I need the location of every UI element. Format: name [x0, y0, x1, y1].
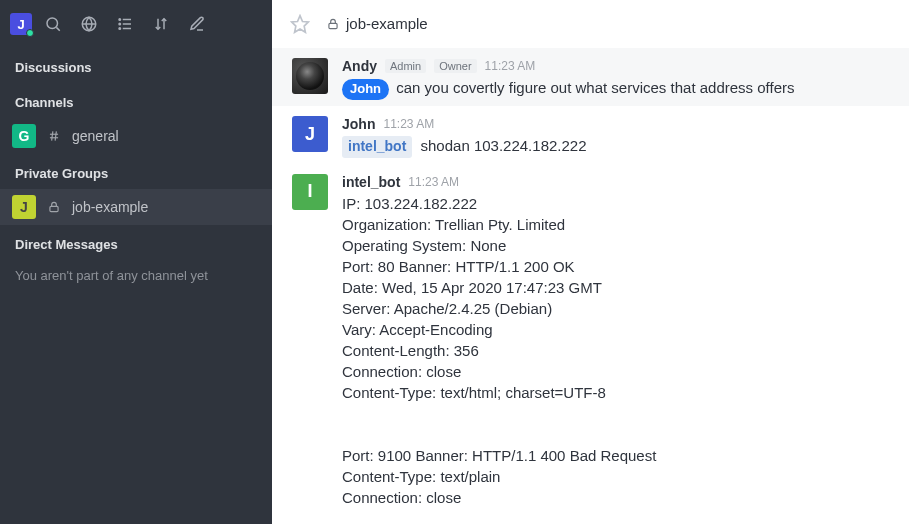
message-username[interactable]: John	[342, 116, 375, 132]
svg-line-12	[55, 131, 56, 140]
search-icon[interactable]	[38, 9, 68, 39]
message-text: IP: 103.224.182.222 Organization: Trelli…	[342, 193, 889, 508]
compose-icon[interactable]	[182, 9, 212, 39]
dm-empty-note: You aren't part of any channel yet	[0, 260, 272, 291]
message-body: John 11:23 AM intel_bot shodan 103.224.1…	[342, 116, 889, 158]
group-badge: J	[12, 195, 36, 219]
room-name[interactable]: job-example	[326, 15, 428, 32]
svg-rect-15	[329, 23, 337, 28]
section-private-groups[interactable]: Private Groups	[0, 154, 272, 189]
svg-rect-13	[50, 206, 58, 211]
svg-marker-14	[292, 15, 309, 32]
svg-point-6	[119, 19, 121, 21]
sort-icon[interactable]	[146, 9, 176, 39]
group-label: job-example	[72, 199, 148, 215]
message: Andy Admin Owner 11:23 AM John can you c…	[272, 48, 909, 106]
room-header: job-example	[272, 0, 909, 48]
status-online-icon	[26, 29, 34, 37]
message: I intel_bot 11:23 AM IP: 103.224.182.222…	[272, 164, 909, 514]
avatar[interactable]: I	[292, 174, 328, 210]
section-direct-messages[interactable]: Direct Messages	[0, 225, 272, 260]
svg-point-8	[119, 28, 121, 30]
section-discussions[interactable]: Discussions	[0, 48, 272, 83]
message-header: intel_bot 11:23 AM	[342, 174, 889, 190]
channel-badge: G	[12, 124, 36, 148]
message-header: Andy Admin Owner 11:23 AM	[342, 58, 889, 74]
message-text: shodan 103.224.182.222	[421, 137, 587, 154]
message-content: John can you covertly figure out what se…	[342, 77, 889, 100]
message-username[interactable]: intel_bot	[342, 174, 400, 190]
main-panel: job-example Andy Admin Owner 11:23 AM Jo…	[272, 0, 909, 524]
sidebar-toolbar: J	[0, 0, 272, 48]
message-timestamp: 11:23 AM	[485, 59, 536, 73]
list-icon[interactable]	[110, 9, 140, 39]
message: J John 11:23 AM intel_bot shodan 103.224…	[272, 106, 909, 164]
user-avatar-initial: J	[17, 17, 24, 32]
private-group-job-example[interactable]: J job-example	[0, 189, 272, 225]
message-text: can you covertly figure out what service…	[396, 79, 794, 96]
message-username[interactable]: Andy	[342, 58, 377, 74]
svg-line-11	[52, 131, 53, 140]
message-timestamp: 11:23 AM	[383, 117, 434, 131]
role-owner-badge: Owner	[434, 59, 476, 73]
message-body: Andy Admin Owner 11:23 AM John can you c…	[342, 58, 889, 100]
role-admin-badge: Admin	[385, 59, 426, 73]
lock-icon	[326, 17, 340, 31]
message-list[interactable]: Andy Admin Owner 11:23 AM John can you c…	[272, 48, 909, 524]
message-header: John 11:23 AM	[342, 116, 889, 132]
message-body: intel_bot 11:23 AM IP: 103.224.182.222 O…	[342, 174, 889, 508]
svg-point-7	[119, 23, 121, 25]
channel-general[interactable]: G general	[0, 118, 272, 154]
message-timestamp: 11:23 AM	[408, 175, 459, 189]
section-channels[interactable]: Channels	[0, 83, 272, 118]
svg-line-1	[56, 27, 59, 30]
favorite-button[interactable]	[290, 14, 310, 34]
lock-icon	[46, 200, 62, 214]
globe-icon[interactable]	[74, 9, 104, 39]
avatar[interactable]	[292, 58, 328, 94]
bot-mention[interactable]: intel_bot	[342, 136, 412, 158]
hash-icon	[46, 129, 62, 143]
avatar[interactable]: J	[292, 116, 328, 152]
message-content: intel_bot shodan 103.224.182.222	[342, 135, 889, 158]
svg-point-0	[47, 18, 58, 29]
channel-label: general	[72, 128, 119, 144]
user-mention[interactable]: John	[342, 79, 389, 100]
user-avatar[interactable]: J	[10, 13, 32, 35]
room-name-text: job-example	[346, 15, 428, 32]
sidebar: J Discussions Channels G general Private…	[0, 0, 272, 524]
